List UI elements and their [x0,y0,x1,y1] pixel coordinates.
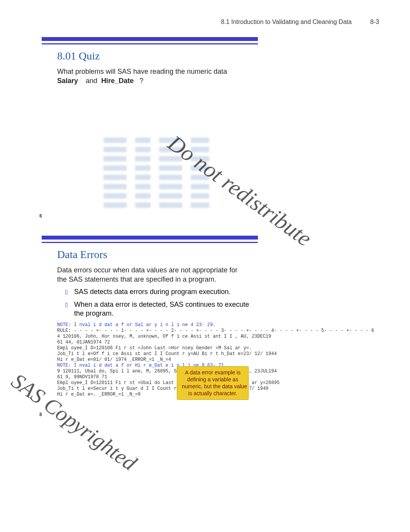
hire-date-word: Hire_Date [101,77,134,85]
page-header: 8.1 Introduction to Validating and Clean… [221,19,379,25]
and-word: and [86,77,97,85]
salary-word: Salary [57,77,78,85]
quiz-slide-number: 6 [39,213,42,219]
errors-title: Data Errors [57,248,258,261]
bullet-1: ▯ SAS detects data errors during program… [65,287,258,296]
bullet-2: ▯ When a data error is detected, SAS con… [65,300,258,318]
quiz-title: 8.01 Quiz [57,50,258,62]
divider [42,242,258,243]
log-line: Hi r e_Dat e=01/ 01/ 1974 _ERROR_=1 _N_=… [57,357,258,363]
log-line: Job_Ti t l e=Of f i ce Assi st ant I I C… [57,351,258,357]
errors-slide-number: 8 [39,412,42,417]
callout-line: A data error example is [185,369,241,376]
errors-bullet-list: ▯ SAS detects data errors during program… [65,287,258,318]
bullet-icon: ▯ [65,301,69,318]
quiz-slide: 8.01 Quiz What problems will SAS have re… [42,37,258,215]
quiz-prompt-text: What problems will SAS have reading the … [57,68,227,75]
bullet-icon: ▯ [65,288,69,296]
callout-line: numeric, but the data value [182,383,247,389]
bullet-1-text: SAS detects data errors during program e… [74,287,230,296]
quiz-prompt: What problems will SAS have reading the … [57,67,246,86]
callout-box: A data error example is defining a varia… [177,366,249,400]
blurred-background-data [103,138,235,199]
data-errors-slide: Data Errors Data errors occur when data … [42,236,258,413]
question-mark: ? [139,77,143,85]
header-page-number: 8-3 [370,19,379,25]
callout-line: is actually character. [188,390,237,396]
log-line: NOTE: I nval i d dat a f or Sal ar y i n… [57,322,258,328]
errors-paragraph: Data errors occur when data values are n… [57,265,246,284]
header-section: 8.1 Introduction to Validating and Clean… [221,19,352,25]
log-line: 4 120106, John, Hor nsey, M, unknown, Of… [57,334,258,340]
sas-log-output: NOTE: I nval i d dat a f or Sal ar y i n… [57,322,258,398]
divider [42,43,258,44]
bullet-2-text: When a data error is detected, SAS conti… [74,300,258,318]
log-line: Empl oyee_I D=120106 Fi r st =John Last … [57,345,258,351]
log-line: 61 44, 01JAN1974 72 [57,340,258,345]
log-line: RULE: - - - - +- - - - 1- - - - +- - - -… [57,328,258,334]
callout-line: defining a variable as [187,376,238,382]
